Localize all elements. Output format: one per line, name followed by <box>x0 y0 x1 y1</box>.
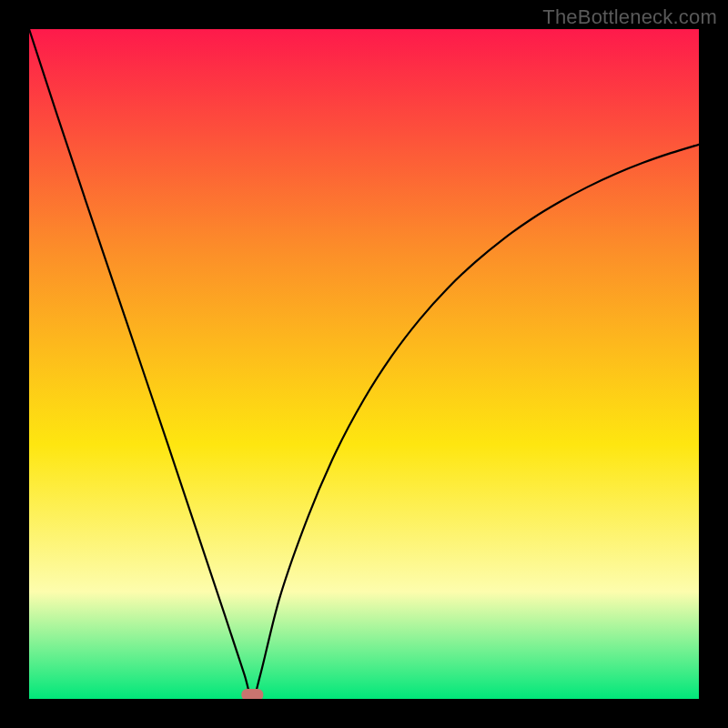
chart-stage: TheBottleneck.com <box>0 0 728 728</box>
gradient-background <box>29 29 699 699</box>
minimum-marker <box>241 689 263 699</box>
watermark-text: TheBottleneck.com <box>542 5 717 29</box>
plot-area <box>29 29 699 699</box>
chart-svg <box>29 29 699 699</box>
